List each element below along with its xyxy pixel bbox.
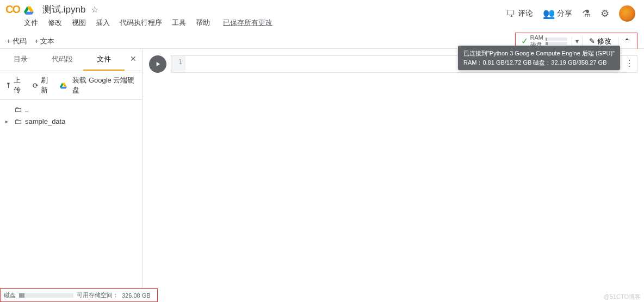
logo-area: CO (5, 3, 24, 16)
share-label: 分享 (557, 9, 572, 18)
refresh-label: 刷新 (41, 76, 53, 95)
star-icon[interactable]: ☆ (91, 4, 98, 15)
tooltip-line2: RAM：0.81 GB/12.72 GB 磁盘：32.19 GB/358.27 … (463, 58, 615, 67)
cell-menu-icon[interactable]: ⋮ (625, 58, 634, 68)
disk-usage-bar (19, 293, 73, 298)
autosave-status[interactable]: 已保存所有更改 (223, 18, 273, 28)
share-icon: 👥 (543, 8, 555, 20)
avatar[interactable] (619, 5, 635, 22)
comment-icon: 🗨 (506, 8, 516, 20)
drive-icon (24, 5, 34, 15)
comment-label: 评论 (518, 9, 533, 18)
comment-button[interactable]: 🗨 评论 (506, 8, 533, 20)
drive-icon (60, 81, 67, 89)
menu-runtime[interactable]: 代码执行程序 (120, 18, 162, 28)
caret-icon: ▸ (5, 118, 11, 124)
upload-button[interactable]: ⤒ 上传 (5, 76, 26, 95)
menu-tools[interactable]: 工具 (172, 18, 186, 28)
disk-footer-label: 磁盘 (4, 291, 16, 299)
sidebar-close[interactable]: ✕ (125, 49, 142, 71)
file-tree: 🗀 .. ▸ 🗀 sample_data (0, 100, 142, 130)
menu-bar: 文件 修改 视图 插入 代码执行程序 工具 帮助 已保存所有更改 (24, 18, 273, 28)
tab-snippets[interactable]: 代码段 (41, 49, 83, 71)
watermark: @51CTO博客 (604, 293, 641, 301)
menu-file[interactable]: 文件 (24, 18, 38, 28)
share-button[interactable]: 👥 分享 (543, 8, 572, 20)
ram-label: RAM (530, 34, 543, 41)
menu-insert[interactable]: 插入 (96, 18, 110, 28)
check-icon: ✓ (521, 36, 528, 46)
upload-label: 上传 (14, 76, 26, 95)
line-gutter: 1 (171, 56, 185, 72)
tab-toc[interactable]: 目录 (0, 49, 41, 71)
sidebar: 目录 代码段 文件 ✕ ⤒ 上传 ⟳ 刷新 装载 Google 云端硬盘 (0, 49, 143, 291)
tooltip-line1: 已连接到"Python 3 Google Compute Engine 后端 (… (463, 49, 615, 58)
ram-bar (546, 37, 567, 41)
flask-icon[interactable]: ⚗ (582, 8, 591, 20)
run-button[interactable] (149, 55, 166, 73)
refresh-button[interactable]: ⟳ 刷新 (33, 76, 53, 95)
sidebar-actions: ⤒ 上传 ⟳ 刷新 装载 Google 云端硬盘 (0, 71, 142, 100)
tree-item-sampledata[interactable]: ▸ 🗀 sample_data (5, 115, 137, 127)
tree-item-parent[interactable]: 🗀 .. (5, 103, 137, 115)
upload-icon: ⤒ (5, 81, 11, 90)
colab-logo[interactable]: CO (5, 3, 20, 16)
tree-item-label: sample_data (25, 117, 65, 125)
menu-help[interactable]: 帮助 (196, 18, 210, 28)
tree-item-label: .. (25, 105, 29, 114)
menu-edit[interactable]: 修改 (48, 18, 62, 28)
disk-avail-label: 可用存储空间： (77, 291, 119, 299)
sidebar-tabs: 目录 代码段 文件 ✕ (0, 49, 142, 71)
title-block: 测试.ipynb ☆ 文件 修改 视图 插入 代码执行程序 工具 帮助 已保存所… (24, 3, 273, 28)
pencil-icon: ✎ (589, 37, 595, 45)
header: CO 测试.ipynb ☆ 文件 修改 视图 插入 代码执行程序 工具 帮助 已… (0, 0, 644, 34)
resource-tooltip: 已连接到"Python 3 Google Compute Engine 后端 (… (458, 46, 620, 70)
refresh-icon: ⟳ (33, 81, 39, 90)
header-right: 🗨 评论 👥 分享 ⚗ ⚙ (506, 3, 639, 22)
disk-avail-value: 326.08 GB (122, 292, 151, 299)
gear-icon[interactable]: ⚙ (600, 8, 609, 20)
tab-files[interactable]: 文件 (83, 49, 125, 71)
menu-view[interactable]: 视图 (72, 18, 86, 28)
folder-icon: 🗀 (14, 117, 22, 125)
mount-label: 装载 Google 云端硬盘 (72, 76, 137, 95)
edit-label: 修改 (597, 36, 611, 46)
resource-dropdown[interactable]: ▾ (572, 37, 582, 45)
folder-icon: 🗀 (14, 105, 22, 114)
disk-footer: 磁盘 可用存储空间： 326.08 GB (0, 288, 158, 302)
collapse-button[interactable]: ⌃ (618, 37, 636, 46)
mount-drive-button[interactable]: 装载 Google 云端硬盘 (60, 76, 137, 95)
edit-button[interactable]: ✎ 修改 (582, 36, 618, 46)
add-text-button[interactable]: + 文本 (34, 36, 54, 46)
notebook-title[interactable]: 测试.ipynb (42, 3, 85, 16)
main: 1 ⋮ (143, 49, 644, 291)
add-code-button[interactable]: + 代码 (7, 36, 27, 46)
disk-bar (546, 42, 567, 45)
body: 目录 代码段 文件 ✕ ⤒ 上传 ⟳ 刷新 装载 Google 云端硬盘 (0, 49, 644, 291)
